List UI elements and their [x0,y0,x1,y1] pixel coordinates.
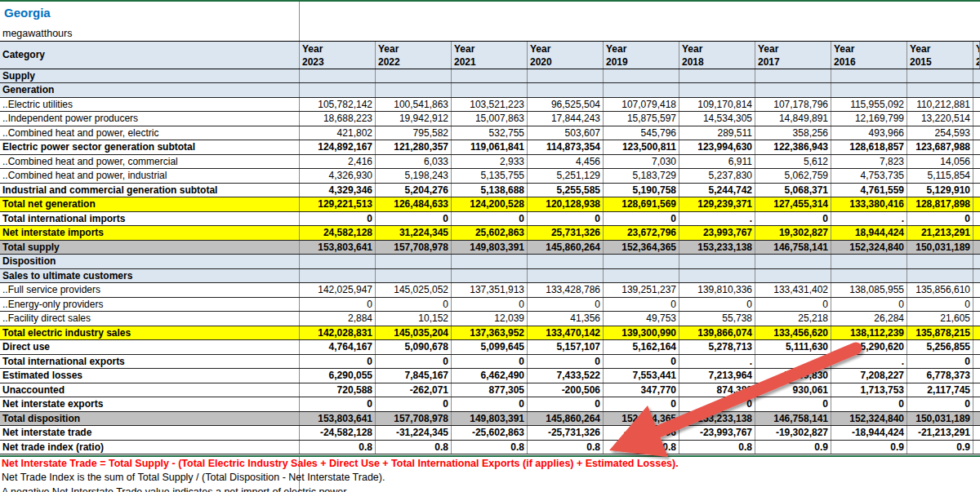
cell[interactable]: -21,213,291 [907,426,973,440]
cell[interactable]: -200,506 [528,383,604,397]
row-label[interactable]: Industrial and commercial generation sub… [0,184,300,197]
cell[interactable]: 0 [452,298,528,312]
cell[interactable]: 0 [831,298,907,312]
cell[interactable] [755,83,831,97]
cell[interactable]: 0.8 [528,441,604,454]
cell[interactable]: 0.8 [376,441,452,454]
year-header-cell[interactable]: Year2017 [755,42,831,69]
cell[interactable]: 2,416 [300,155,376,169]
cell[interactable]: 142,025,947 [300,283,376,297]
cell[interactable]: 17,844,243 [528,112,604,126]
cell[interactable]: 7,030 [604,155,679,169]
cell[interactable]: 145,860,264 [528,412,604,426]
cell[interactable]: 4,329,346 [300,184,376,197]
cell[interactable]: 12,169,799 [831,112,907,126]
cell[interactable]: 157,708,978 [376,412,452,426]
cell[interactable]: 128,618,857 [831,140,907,154]
cell[interactable] [831,83,907,97]
cell[interactable]: 152,364,365 [604,412,679,426]
row-label[interactable]: Generation [0,83,300,97]
cell[interactable]: 6,778,373 [907,369,973,383]
cell[interactable] [755,269,831,283]
cell[interactable] [831,255,907,268]
cell[interactable]: 0 [755,355,831,369]
cell[interactable]: 18,944,424 [831,226,907,240]
cell[interactable]: 96,525,504 [528,98,604,112]
cell[interactable]: 0 [300,397,376,411]
cell[interactable] [604,269,679,283]
cell[interactable]: 0 [300,212,376,226]
cell[interactable]: 14,056 [907,155,973,169]
cell[interactable]: 150,031,189 [907,241,973,255]
cell[interactable]: 137,351,913 [452,283,528,297]
cell[interactable]: 5,111,630 [755,340,831,354]
cell[interactable]: 7,433,522 [528,369,604,383]
cell[interactable]: 5,068,371 [755,184,831,197]
cell[interactable]: 289,511 [679,126,755,140]
cell[interactable] [452,269,528,283]
cell[interactable]: 25,731,326 [528,226,604,240]
cell[interactable]: 23,993,767 [679,226,755,240]
cell[interactable] [679,83,755,97]
row-label[interactable]: Net interstate imports [0,226,300,240]
cell[interactable]: 0 [528,355,604,369]
cell[interactable]: . [679,355,755,369]
cell[interactable]: 0 [300,355,376,369]
cell[interactable]: 13,220,514 [907,112,973,126]
cell[interactable]: 0 [528,212,604,226]
cell[interactable]: 139,810,336 [679,283,755,297]
cell[interactable]: 145,860,264 [528,241,604,255]
cell[interactable]: 7,553,441 [604,369,679,383]
cell[interactable] [679,255,755,268]
cell[interactable] [300,83,376,97]
row-label[interactable]: ..Combined heat and power, commercial [0,155,300,169]
row-label[interactable]: ..Independent power producers [0,112,300,126]
cell[interactable]: 12,039 [452,312,528,326]
cell[interactable]: 103,521,223 [452,98,528,112]
cell[interactable] [452,83,528,97]
cell[interactable]: 122,386,943 [755,140,831,154]
cell[interactable]: 124,200,528 [452,197,528,211]
cell[interactable]: 0 [604,397,679,411]
row-label[interactable]: ..Combined heat and power, electric [0,126,300,140]
cell[interactable]: 493,966 [831,126,907,140]
cell[interactable]: 138,112,239 [831,326,907,340]
cell[interactable]: 4,326,930 [300,169,376,183]
cell[interactable]: 19,302,827 [755,226,831,240]
cell[interactable]: 0.8 [679,441,755,454]
cell[interactable]: 5,090,678 [376,340,452,354]
row-label[interactable]: ..Combined heat and power, industrial [0,169,300,183]
cell[interactable]: 0 [528,298,604,312]
cell[interactable] [604,255,679,268]
cell[interactable]: 142,028,831 [300,326,376,340]
row-label[interactable]: Total net generation [0,197,300,211]
cell[interactable]: 146,758,141 [755,241,831,255]
cell[interactable]: 5,115,854 [907,169,973,183]
cell[interactable]: 135,878,215 [907,326,973,340]
cell[interactable]: 123,994,630 [679,140,755,154]
cell[interactable]: 874,388 [679,383,755,397]
row-label[interactable]: Net interstate exports [0,397,300,411]
cell[interactable]: 4,761,559 [831,184,907,197]
cell[interactable]: 0 [679,298,755,312]
cell[interactable]: 5,162,164 [604,340,679,354]
cell[interactable]: 123,687,988 [907,140,973,154]
row-label[interactable]: Sales to ultimate customers [0,269,300,283]
cell[interactable]: 5,062,759 [755,169,831,183]
cell[interactable]: 0 [907,212,973,226]
category-header-cell[interactable]: Category [0,42,300,69]
year-header-cell[interactable]: Year2022 [376,42,452,69]
cell[interactable]: -31,224,345 [376,426,452,440]
cell[interactable]: -262,071 [376,383,452,397]
cell[interactable]: 0.8 [604,441,679,454]
cell[interactable]: 127,455,314 [755,197,831,211]
cell[interactable]: 139,251,237 [604,283,679,297]
cell[interactable]: 5,138,688 [452,184,528,197]
cell[interactable]: 1,713,753 [831,383,907,397]
cell[interactable]: 930,061 [755,383,831,397]
row-label[interactable]: Total international imports [0,212,300,226]
cell[interactable]: 145,035,204 [376,326,452,340]
cell[interactable]: 146,758,141 [755,412,831,426]
cell[interactable] [300,255,376,268]
cell[interactable] [907,83,973,97]
